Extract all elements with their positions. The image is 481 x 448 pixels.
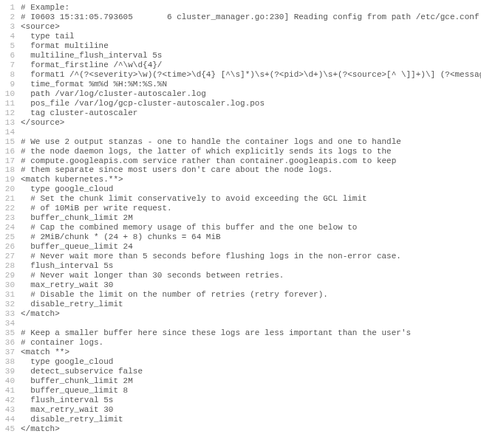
line-content: <source> — [21, 22, 481, 32]
code-line: 33</match> — [0, 309, 481, 319]
line-content: tag cluster-autoscaler — [21, 108, 481, 118]
code-line: 30 max_retry_wait 30 — [0, 280, 481, 290]
line-content: <match kubernetes.**> — [21, 175, 481, 185]
line-number: 4 — [0, 32, 21, 41]
code-line: 45</match> — [0, 424, 481, 434]
line-content: # the node daemon logs, the latter of wh… — [21, 147, 481, 156]
code-line: 1# Example: — [0, 3, 481, 13]
line-content: </source> — [21, 118, 481, 128]
code-line: 28 flush_interval 5s — [0, 261, 481, 271]
line-content: # 2MiB/chunk * (24 + 8) chunks = 64 MiB — [21, 232, 481, 242]
line-content: max_retry_wait 30 — [21, 405, 481, 415]
line-content: # Example: — [21, 3, 481, 13]
code-line: 11 pos_file /var/log/gcp-cluster-autosca… — [0, 99, 481, 108]
code-line: 27 # Never wait more than 5 seconds befo… — [0, 252, 481, 261]
line-content: # compute.googleapis.com service rather … — [21, 156, 481, 166]
line-number: 36 — [0, 338, 21, 348]
line-content: # Cap the combined memory usage of this … — [21, 223, 481, 232]
line-number: 30 — [0, 280, 21, 290]
line-number: 3 — [0, 22, 21, 32]
line-number: 41 — [0, 386, 21, 396]
line-content: flush_interval 5s — [21, 261, 481, 271]
line-content: max_retry_wait 30 — [21, 280, 481, 290]
line-content: # them separate since most users don't c… — [21, 165, 481, 175]
line-content: flush_interval 5s — [21, 396, 481, 405]
line-number: 43 — [0, 405, 21, 415]
line-content: <match **> — [21, 348, 481, 357]
code-line: 10 path /var/log/cluster-autoscaler.log — [0, 89, 481, 99]
line-number: 25 — [0, 232, 21, 242]
line-content: # Set the chunk limit conservatively to … — [21, 194, 481, 204]
code-line: 12 tag cluster-autoscaler — [0, 108, 481, 118]
code-line: 23 buffer_chunk_limit 2M — [0, 213, 481, 223]
code-line: 38 type google_cloud — [0, 357, 481, 367]
line-content: </match> — [21, 309, 481, 319]
line-content: type google_cloud — [21, 185, 481, 194]
code-line: 44 disable_retry_limit — [0, 415, 481, 424]
code-line: 26 buffer_queue_limit 24 — [0, 242, 481, 252]
line-number: 2 — [0, 13, 21, 22]
line-number: 42 — [0, 396, 21, 405]
code-line: 3<source> — [0, 22, 481, 32]
code-line: 34 — [0, 319, 481, 328]
line-content: type google_cloud — [21, 357, 481, 367]
line-number: 32 — [0, 300, 21, 309]
line-content: # of 10MiB per write request. — [21, 204, 481, 213]
line-content: buffer_chunk_limit 2M — [21, 213, 481, 223]
line-number: 10 — [0, 89, 21, 99]
line-number: 27 — [0, 252, 21, 261]
code-line: 20 type google_cloud — [0, 185, 481, 194]
line-content: detect_subservice false — [21, 367, 481, 376]
line-number: 1 — [0, 3, 21, 13]
line-number: 14 — [0, 128, 21, 137]
code-line: 7 format_firstline /^\w\d{4}/ — [0, 61, 481, 70]
line-number: 21 — [0, 194, 21, 204]
code-line: 16# the node daemon logs, the latter of … — [0, 147, 481, 156]
line-number: 26 — [0, 242, 21, 252]
code-line: 13</source> — [0, 118, 481, 128]
line-content: format1 /^(?<severity>\w)(?<time>\d{4} [… — [21, 70, 481, 80]
code-line: 17# compute.googleapis.com service rathe… — [0, 156, 481, 166]
line-content: buffer_chunk_limit 2M — [21, 376, 481, 386]
code-line: 40 buffer_chunk_limit 2M — [0, 376, 481, 386]
line-number: 33 — [0, 309, 21, 319]
line-content: buffer_queue_limit 8 — [21, 386, 481, 396]
line-number: 22 — [0, 204, 21, 213]
code-line: 39 detect_subservice false — [0, 367, 481, 376]
line-number: 31 — [0, 290, 21, 300]
code-line: 24 # Cap the combined memory usage of th… — [0, 223, 481, 232]
line-number: 45 — [0, 424, 21, 434]
line-number: 11 — [0, 99, 21, 108]
code-line: 19<match kubernetes.**> — [0, 175, 481, 185]
line-number: 38 — [0, 357, 21, 367]
line-content: path /var/log/cluster-autoscaler.log — [21, 89, 481, 99]
line-content: multiline_flush_interval 5s — [21, 51, 481, 61]
line-number: 24 — [0, 223, 21, 232]
line-number: 13 — [0, 118, 21, 128]
line-content: # container logs. — [21, 338, 481, 348]
code-line: 6 multiline_flush_interval 5s — [0, 51, 481, 61]
code-line: 41 buffer_queue_limit 8 — [0, 386, 481, 396]
line-content: format_firstline /^\w\d{4}/ — [21, 61, 481, 70]
line-content: # Never wait more than 5 seconds before … — [21, 252, 481, 261]
line-content: disable_retry_limit — [21, 415, 481, 424]
code-line: 8 format1 /^(?<severity>\w)(?<time>\d{4}… — [0, 70, 481, 80]
line-content: time_format %m%d %H:%M:%S.%N — [21, 80, 481, 89]
line-number: 29 — [0, 271, 21, 280]
line-content: disable_retry_limit — [21, 300, 481, 309]
code-line: 21 # Set the chunk limit conservatively … — [0, 194, 481, 204]
line-number: 44 — [0, 415, 21, 424]
line-number: 40 — [0, 376, 21, 386]
code-line: 32 disable_retry_limit — [0, 300, 481, 309]
code-line: 14 — [0, 128, 481, 137]
line-number: 9 — [0, 80, 21, 89]
line-number: 8 — [0, 70, 21, 80]
line-content — [21, 128, 481, 137]
code-block: 1# Example: 2# I0603 15:31:05.793605 6 c… — [0, 3, 481, 434]
line-number: 16 — [0, 147, 21, 156]
line-content: pos_file /var/log/gcp-cluster-autoscaler… — [21, 99, 481, 108]
code-line: 35# Keep a smaller buffer here since the… — [0, 328, 481, 338]
line-number: 15 — [0, 137, 21, 147]
code-line: 42 flush_interval 5s — [0, 396, 481, 405]
line-number: 7 — [0, 61, 21, 70]
